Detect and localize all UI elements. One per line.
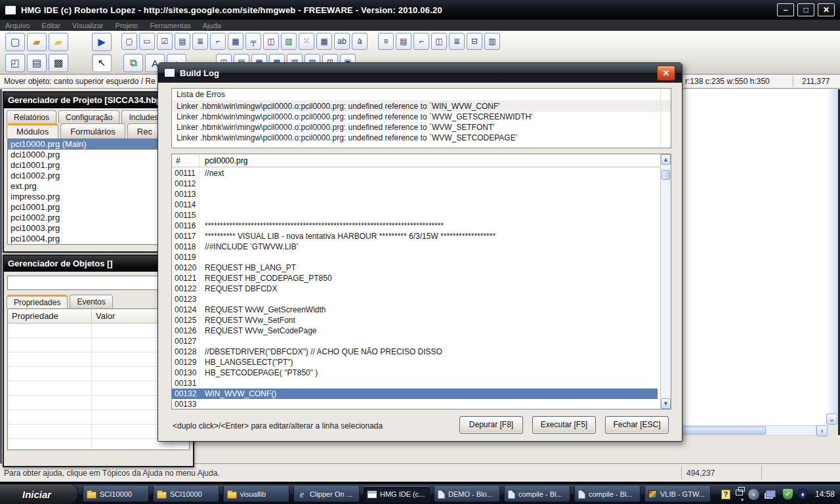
- menu-arquivo[interactable]: Arquivo: [5, 22, 30, 30]
- window-form-button[interactable]: ◰: [5, 54, 25, 72]
- tab-propriedades[interactable]: Propriedades: [7, 295, 68, 308]
- textbox-control-button[interactable]: ab: [334, 33, 350, 50]
- scrollbar-thumb[interactable]: [682, 427, 766, 434]
- hide-icons-chevron-icon[interactable]: [748, 489, 759, 500]
- taskbar-button[interactable]: HMG IDE (c...: [364, 486, 430, 502]
- toolbar-control-button[interactable]: ╤: [245, 33, 261, 50]
- taskbar-button[interactable]: VLIB - GTW...: [644, 486, 711, 502]
- radio-control-button[interactable]: ⁙: [299, 33, 314, 50]
- security-shield-tray-icon[interactable]: [783, 489, 793, 499]
- error-row[interactable]: Linker .hbmk\win\mingw\pcil0000.o:pcil00…: [172, 112, 671, 122]
- code-line[interactable]: 00121REQUEST HB_CODEPAGE_PT850: [172, 273, 660, 284]
- source-file-button[interactable]: ▤: [27, 54, 47, 72]
- scroll-right-button[interactable]: ›: [816, 425, 828, 436]
- taskbar-button[interactable]: compile - Bl...: [574, 486, 640, 502]
- tree-control-button[interactable]: ≡: [378, 33, 394, 50]
- minimize-button[interactable]: –: [777, 3, 794, 16]
- close-button[interactable]: ✕: [818, 3, 835, 16]
- code-line[interactable]: 00128//DBSETDRIVER("DBFCDX") // ACHO QUE…: [172, 346, 660, 357]
- code-line[interactable]: 00131: [172, 378, 660, 388]
- menu-ajuda[interactable]: Ajuda: [203, 22, 221, 30]
- tab-rec[interactable]: Rec: [127, 123, 162, 138]
- line-control-button[interactable]: ⌐: [210, 33, 226, 50]
- code-line[interactable]: 00119: [172, 252, 660, 262]
- code-line[interactable]: 00116***********************************…: [172, 220, 660, 231]
- executar-button[interactable]: Executar [F5]: [532, 416, 596, 434]
- help-tray-icon[interactable]: [721, 490, 730, 499]
- pagecontrol-button[interactable]: ◫: [431, 33, 447, 50]
- splitter-control-button[interactable]: ◫: [263, 33, 279, 50]
- code-vertical-scrollbar[interactable]: ▲ ▼: [660, 154, 671, 409]
- dialog-close-button[interactable]: ✕: [657, 66, 675, 81]
- tab-formulários[interactable]: Formulários: [60, 123, 125, 138]
- selected-code-line[interactable]: 00132WIN_WVW_CONF(): [172, 388, 658, 399]
- taskbar-button[interactable]: visuallib: [223, 486, 289, 502]
- maximize-button[interactable]: □: [797, 3, 814, 16]
- browse-control-button[interactable]: ▤: [396, 33, 411, 50]
- columns-control-button[interactable]: ▥: [484, 33, 500, 50]
- checkbox-control-button[interactable]: ☑: [157, 33, 173, 50]
- column-header-propriedade[interactable]: Propriedade: [8, 309, 92, 323]
- start-button[interactable]: Iniciar: [0, 484, 77, 504]
- taskbar-button[interactable]: SCI10000: [153, 486, 219, 502]
- slider-control-button[interactable]: ⌐: [413, 33, 429, 50]
- taskbar-button[interactable]: DEMO - Blo...: [434, 486, 500, 502]
- menu-projeto[interactable]: Projeto: [116, 22, 138, 30]
- code-line[interactable]: 00123: [172, 294, 660, 304]
- restore-windows-tray-icon[interactable]: [736, 490, 743, 495]
- listbox-control-button[interactable]: ≣: [192, 33, 208, 50]
- code-line[interactable]: 00112: [172, 178, 660, 189]
- menu-editar[interactable]: Editar: [41, 22, 60, 30]
- listview-control-button[interactable]: ≣: [449, 33, 465, 50]
- tab-relatórios[interactable]: Relatórios: [7, 110, 56, 123]
- code-line[interactable]: 00120REQUEST HB_LANG_PT: [172, 262, 660, 273]
- code-line[interactable]: 00114: [172, 200, 660, 210]
- error-row[interactable]: Linker .hbmk\win\mingw\pcil0000.o:pcil00…: [172, 122, 671, 133]
- code-line[interactable]: 00130HB_SETCODEPAGE( "PT850" ): [172, 368, 660, 378]
- code-line[interactable]: 00126REQUEST WVw_SetCodePage: [172, 326, 660, 336]
- code-line[interactable]: 00115: [172, 210, 660, 220]
- scroll-down-button[interactable]: ▼: [661, 398, 671, 409]
- menu-ferramentas[interactable]: Ferramentas: [150, 22, 190, 30]
- error-row[interactable]: Linker .hbmk\win\mingw\pcil0000.o:pcil00…: [172, 101, 671, 112]
- code-line[interactable]: 00129HB_LANGSELECT("PT"): [172, 357, 660, 368]
- tab-configuração[interactable]: Configuração: [58, 110, 119, 123]
- form-vertical-scrollbar[interactable]: [828, 89, 838, 413]
- calendar-control-button[interactable]: ▦: [316, 33, 332, 50]
- frame-control-button[interactable]: ▢: [121, 33, 137, 50]
- code-line[interactable]: 00111//next: [172, 168, 660, 178]
- network-tray-icon[interactable]: [766, 490, 776, 497]
- taskbar-button[interactable]: SCI10000: [83, 486, 149, 502]
- scroll-up-button[interactable]: ▲: [661, 154, 671, 165]
- library-books-button[interactable]: ⧉: [123, 54, 143, 72]
- image-control-button[interactable]: ▧: [281, 33, 297, 50]
- tab-módulos[interactable]: Módulos: [7, 123, 58, 138]
- tab-eventos[interactable]: Eventos: [70, 295, 112, 308]
- tab-control-button[interactable]: ⊟: [467, 33, 482, 50]
- code-line[interactable]: 00133: [172, 399, 660, 410]
- editbox-control-button[interactable]: ▤: [175, 33, 190, 50]
- scroll-down-button[interactable]: ⌄: [826, 413, 837, 425]
- spinner-control-button[interactable]: a̍: [352, 33, 368, 50]
- save-project-button[interactable]: ▰: [49, 33, 68, 51]
- scrollbar-thumb[interactable]: [662, 170, 670, 180]
- taskbar-button[interactable]: Clipper On ...: [293, 486, 360, 502]
- code-line[interactable]: 00117********** VISUAL LIB - nova tentat…: [172, 231, 660, 242]
- code-line[interactable]: 00118//#INCLUDE 'GTWVW.LIB': [172, 242, 660, 252]
- taskbar-button[interactable]: compile - Bl...: [504, 486, 570, 502]
- select-cursor-button[interactable]: ↖: [92, 54, 112, 72]
- grid-control-button[interactable]: ▦: [228, 33, 243, 50]
- data-grid-button[interactable]: ▩: [49, 54, 68, 72]
- error-row[interactable]: Linker .hbmk\win\mingw\pcil0000.o:pcil00…: [172, 133, 671, 143]
- antivirus-tray-icon[interactable]: [798, 489, 807, 499]
- code-line[interactable]: 00124REQUEST WvW_GetScreenWidth: [172, 304, 660, 315]
- button-control-button[interactable]: ▭: [139, 33, 155, 50]
- depurar-button[interactable]: Depurar [F8]: [459, 416, 523, 434]
- run-button[interactable]: ▶: [92, 33, 112, 51]
- new-project-button[interactable]: ▢: [5, 33, 25, 51]
- fechar-button[interactable]: Fechar [ESC]: [605, 416, 669, 434]
- open-project-button[interactable]: ▰: [27, 33, 47, 51]
- code-line[interactable]: 00113: [172, 189, 660, 200]
- menu-visualizar[interactable]: Visualizar: [72, 22, 104, 30]
- code-line[interactable]: 00125REQUEST WVw_SetFont: [172, 315, 660, 326]
